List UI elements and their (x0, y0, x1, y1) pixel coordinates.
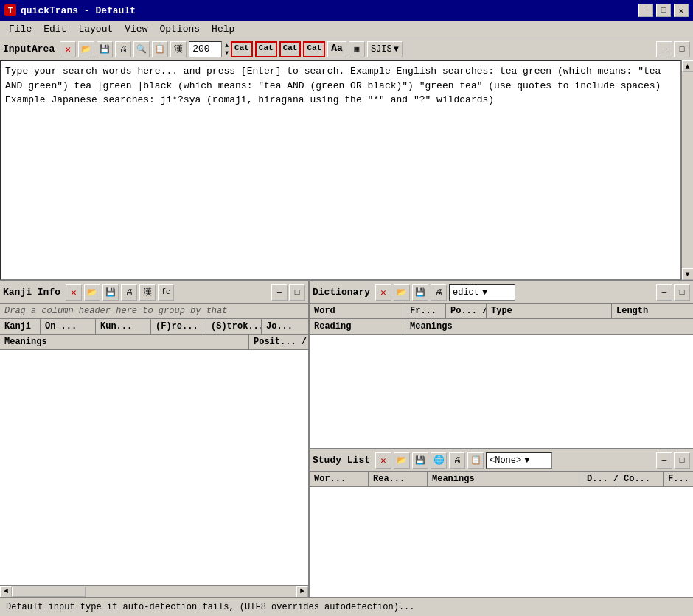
study-web-button[interactable]: 🌐 (431, 452, 447, 469)
kanji-group-header: Drag a column header here to group by th… (0, 304, 308, 319)
grid-view-button[interactable]: ▦ (349, 41, 365, 57)
study-col-meanings[interactable]: Meanings (428, 472, 582, 486)
kanji-scroll-right[interactable]: ► (296, 586, 308, 598)
kanji-col-on[interactable]: On ... (41, 319, 96, 334)
kanji-col-posit[interactable]: Posit... / (249, 335, 308, 349)
kanji-panel-controls: ─ □ (271, 284, 305, 301)
kanji-lookup-button[interactable]: 漢 (139, 284, 156, 301)
cat-button-1[interactable]: Cat (231, 41, 253, 57)
zoom-value[interactable]: 200 (189, 41, 222, 57)
kanji-col-jo[interactable]: Jo... (262, 319, 308, 334)
kanji-panel-maximize[interactable]: □ (289, 284, 305, 301)
dict-panel-title: Dictionary (313, 287, 370, 298)
dict-col-meanings[interactable]: Meanings (405, 319, 693, 334)
kanji-horizontal-scroll[interactable]: ◄ ► (0, 585, 308, 597)
dict-print-button[interactable]: 🖨 (431, 284, 447, 301)
dict-panel-controls: ─ □ (656, 284, 690, 301)
kanji-panel-minimize[interactable]: ─ (271, 284, 288, 301)
zoom-spinner: ▲ ▼ (225, 42, 229, 57)
study-panel-minimize[interactable]: ─ (656, 452, 672, 469)
cat-button-3[interactable]: Cat (279, 41, 302, 57)
study-col-word[interactable]: Wor... (310, 472, 369, 486)
kanji-fc-button[interactable]: fc (158, 284, 174, 301)
kanji-grid-data (0, 350, 308, 585)
close-window-button[interactable]: ✕ (674, 4, 689, 17)
input-area-title: InputArea (3, 43, 55, 55)
dict-col-word[interactable]: Word (310, 304, 405, 318)
input-search-button[interactable]: 🔍 (133, 41, 150, 57)
status-bar: Default input type if auto-detection fai… (0, 597, 693, 616)
aa-button[interactable]: Aa (327, 41, 346, 57)
study-folder-button[interactable]: 📂 (394, 452, 410, 469)
kanji-folder-button[interactable]: 📂 (84, 284, 100, 301)
input-folder-button[interactable]: 📂 (78, 41, 94, 57)
kanji-save-button[interactable]: 💾 (102, 284, 119, 301)
lower-panels: Kanji Info ✕ 📂 💾 🖨 漢 fc ─ □ Drag a colum… (0, 281, 693, 597)
cat-button-4[interactable]: Cat (303, 41, 325, 57)
kanji-close-button[interactable]: ✕ (66, 284, 82, 301)
study-panel-maximize[interactable]: □ (674, 452, 690, 469)
study-col-co[interactable]: Co... (619, 472, 664, 486)
input-paste-button[interactable]: 📋 (152, 41, 168, 57)
menu-layout[interactable]: Layout (72, 22, 119, 36)
study-preset-value: <None> (490, 455, 521, 466)
input-text-area[interactable]: Type your search words here... and press… (0, 60, 681, 280)
encoding-dropdown[interactable]: SJIS ▼ (367, 41, 403, 57)
app-icon: T (4, 4, 16, 16)
kanji-col-fre[interactable]: (F)re... (151, 319, 206, 334)
menu-file[interactable]: File (3, 22, 38, 36)
input-close-button[interactable]: ✕ (60, 41, 76, 57)
input-scrollbar[interactable]: ▲ ▼ (681, 60, 693, 280)
dict-folder-button[interactable]: 📂 (394, 284, 410, 301)
menu-options[interactable]: Options (153, 22, 206, 36)
kanji-scroll-left[interactable]: ◄ (0, 586, 12, 598)
dict-col-type[interactable]: Type (487, 304, 612, 318)
scroll-up-button[interactable]: ▲ (682, 60, 694, 72)
zoom-down-button[interactable]: ▼ (225, 49, 229, 57)
scroll-thumb[interactable] (683, 74, 693, 267)
kanji-print-button[interactable]: 🖨 (121, 284, 137, 301)
dict-col-length[interactable]: Length (612, 304, 693, 318)
input-save-button[interactable]: 💾 (97, 41, 113, 57)
study-save-button[interactable]: 💾 (412, 452, 428, 469)
menu-view[interactable]: View (119, 22, 153, 36)
dict-col-reading[interactable]: Reading (310, 319, 405, 334)
input-kanji-button[interactable]: 漢 (170, 41, 187, 57)
study-grid-header: Wor... Rea... Meanings D... / Co... F... (310, 472, 693, 487)
input-panel-minimize[interactable]: ─ (656, 41, 672, 57)
maximize-window-button[interactable]: □ (656, 4, 671, 17)
dict-col-po[interactable]: Po... / (446, 304, 487, 318)
study-print-button[interactable]: 🖨 (449, 452, 465, 469)
kanji-col-kanji[interactable]: Kanji (0, 319, 41, 334)
menu-edit[interactable]: Edit (38, 22, 72, 36)
study-list-panel: Study List ✕ 📂 💾 🌐 🖨 📋 <None> ▼ ─ □ (310, 449, 693, 597)
minimize-window-button[interactable]: ─ (638, 4, 653, 17)
menu-help[interactable]: Help (206, 22, 240, 36)
study-close-button[interactable]: ✕ (375, 452, 391, 469)
input-panel-maximize[interactable]: □ (674, 41, 690, 57)
input-panel-controls: ─ □ (656, 41, 690, 57)
study-col-f[interactable]: F... (664, 472, 693, 486)
kanji-col-meanings[interactable]: Meanings (0, 335, 249, 349)
dict-source-dropdown[interactable]: edict ▼ (449, 284, 515, 301)
dict-col-fr[interactable]: Fr... (405, 304, 446, 318)
study-col-d[interactable]: D... / (582, 472, 619, 486)
kanji-grid-header: Kanji On ... Kun... (F)re... (S)trok... … (0, 319, 308, 335)
window-title: quickTrans - Default (21, 5, 136, 16)
kanji-col-kun[interactable]: Kun... (96, 319, 151, 334)
kanji-grid-header-2: Meanings Posit... / (0, 335, 308, 350)
zoom-up-button[interactable]: ▲ (225, 42, 229, 49)
study-copy-button[interactable]: 📋 (467, 452, 484, 469)
input-print-button[interactable]: 🖨 (115, 41, 131, 57)
dict-save-button[interactable]: 💾 (412, 284, 428, 301)
dict-close-button[interactable]: ✕ (375, 284, 391, 301)
dict-panel-maximize[interactable]: □ (674, 284, 690, 301)
study-toolbar: Study List ✕ 📂 💾 🌐 🖨 📋 <None> ▼ ─ □ (310, 449, 693, 472)
study-col-reading[interactable]: Rea... (369, 472, 428, 486)
dict-panel-minimize[interactable]: ─ (656, 284, 672, 301)
kanji-col-strok[interactable]: (S)trok... (206, 319, 262, 334)
dict-grid-header-2: Reading Meanings (310, 319, 693, 335)
study-preset-dropdown[interactable]: <None> ▼ (486, 452, 552, 469)
cat-button-2[interactable]: Cat (255, 41, 277, 57)
scroll-down-button[interactable]: ▼ (682, 268, 694, 280)
